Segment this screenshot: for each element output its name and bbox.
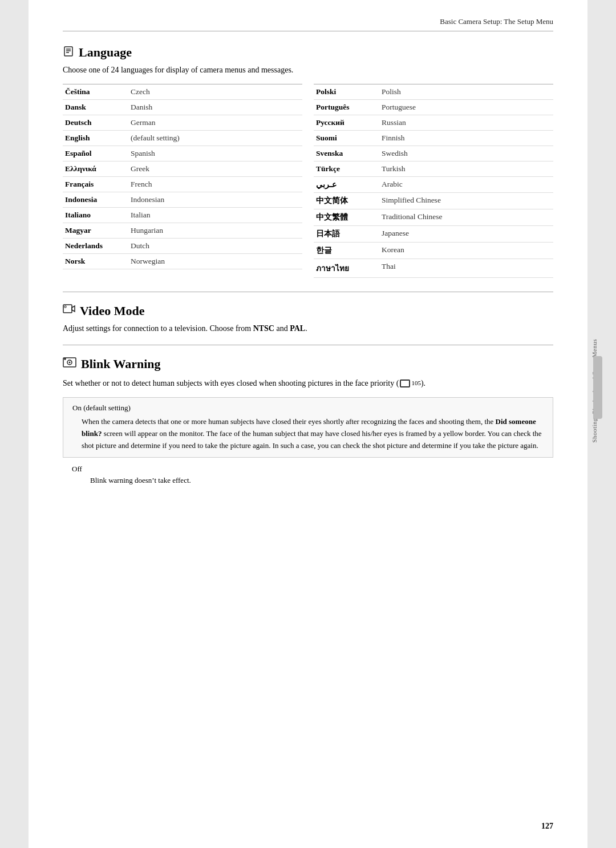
lang-native: 日本語: [314, 226, 379, 242]
lang-english: Swedish: [379, 146, 410, 161]
lang-english: Norwegian: [128, 254, 167, 269]
lang-native: ภาษาไทย: [314, 259, 379, 277]
section-divider-1: [63, 292, 553, 292]
lang-english: Finnish: [379, 131, 407, 146]
list-item: SvenskaSwedish: [314, 146, 553, 161]
list-item: TürkçeTurkish: [314, 161, 553, 177]
blink-warning-title: Blink Warning: [63, 357, 553, 371]
svg-rect-0: [64, 47, 72, 56]
list-item: ItalianoItalian: [63, 208, 302, 223]
list-item: ΕλληνικάGreek: [63, 161, 302, 177]
lang-native: Suomi: [314, 131, 379, 146]
list-item: DanskDanish: [63, 100, 302, 115]
language-right-column: PolskiPolishPortuguêsPortugueseРусскийRu…: [314, 84, 553, 278]
page-header: Basic Camera Setup: The Setup Menu: [63, 17, 553, 31]
lang-english: Italian: [128, 208, 152, 223]
lang-english: German: [128, 115, 157, 130]
lang-english: Indonesian: [128, 192, 167, 207]
lang-native: Indonesia: [63, 192, 128, 207]
lang-native: English: [63, 131, 128, 146]
lang-english: Danish: [128, 100, 155, 115]
sidebar-tab: [593, 356, 602, 419]
lang-english: Dutch: [128, 239, 152, 253]
language-table: ČeštinaCzechDanskDanishDeutschGermanEngl…: [63, 84, 553, 278]
language-section: Language Choose one of 24 languages for …: [63, 45, 553, 278]
blink-warning-section: Blink Warning Set whether or not to dete…: [63, 357, 553, 485]
lang-english: (default setting): [128, 131, 182, 146]
lang-native: Svenska: [314, 146, 379, 161]
blink-on-label: On (default setting): [72, 403, 544, 413]
lang-native: Português: [314, 100, 379, 115]
video-mode-description: Adjust settings for connection to a tele…: [63, 324, 553, 333]
lang-native: Türkçe: [314, 161, 379, 176]
lang-english: Japanese: [379, 226, 411, 242]
blink-warning-description: Set whether or not to detect human subje…: [63, 377, 553, 389]
list-item: 한글Korean: [314, 243, 553, 259]
list-item: ČeštinaCzech: [63, 84, 302, 100]
blink-warning-icon: [63, 357, 76, 371]
page-number: 127: [541, 822, 553, 831]
ntsc-label: NTSC: [253, 324, 274, 333]
lang-native: 中文繁體: [314, 209, 379, 225]
lang-native: Dansk: [63, 100, 128, 115]
blink-off-description: Blink warning doesn’t take effect.: [72, 476, 553, 485]
list-item: 中文简体Simplified Chinese: [314, 193, 553, 209]
video-mode-title: Video Mode: [63, 304, 553, 318]
lang-native: 한글: [314, 243, 379, 259]
list-item: IndonesiaIndonesian: [63, 192, 302, 208]
lang-native: Italiano: [63, 208, 128, 223]
face-priority-icon: [400, 379, 410, 387]
list-item: SuomiFinnish: [314, 131, 553, 146]
list-item: English(default setting): [63, 131, 302, 146]
face-ref: 105: [411, 379, 421, 386]
lang-native: عـربي: [314, 177, 379, 192]
language-title: Language: [63, 45, 553, 60]
list-item: ภาษาไทยThai: [314, 259, 553, 278]
lang-english: Arabic: [379, 177, 405, 192]
svg-rect-6: [64, 306, 66, 308]
list-item: FrançaisFrench: [63, 177, 302, 192]
lang-english: Thai: [379, 259, 398, 277]
section-divider-2: [63, 345, 553, 345]
list-item: عـربيArabic: [314, 177, 553, 193]
lang-english: Simplified Chinese: [379, 193, 443, 209]
lang-native: Polski: [314, 84, 379, 99]
lang-native: Deutsch: [63, 115, 128, 130]
list-item: РусскийRussian: [314, 115, 553, 131]
lang-native: Čeština: [63, 84, 128, 99]
lang-native: Norsk: [63, 254, 128, 269]
lang-english: French: [128, 177, 155, 192]
list-item: 日本語Japanese: [314, 226, 553, 243]
language-heading: Language: [79, 45, 132, 60]
lang-english: Spanish: [128, 146, 157, 161]
list-item: MagyarHungarian: [63, 223, 302, 239]
list-item: PolskiPolish: [314, 84, 553, 100]
blink-on-subsection: On (default setting) When the camera det…: [63, 397, 553, 458]
blink-off-label: Off: [72, 465, 553, 474]
lang-native: Français: [63, 177, 128, 192]
lang-native: Nederlands: [63, 239, 128, 253]
list-item: 中文繁體Traditional Chinese: [314, 209, 553, 226]
lang-english: Korean: [379, 243, 407, 259]
lang-native: Español: [63, 146, 128, 161]
list-item: NederlandsDutch: [63, 239, 302, 254]
lang-english: Russian: [379, 115, 408, 130]
lang-native: 中文简体: [314, 193, 379, 209]
language-icon: [63, 46, 74, 60]
lang-native: Русский: [314, 115, 379, 130]
language-left-column: ČeštinaCzechDanskDanishDeutschGermanEngl…: [63, 84, 302, 278]
lang-english: Traditional Chinese: [379, 209, 444, 225]
lang-english: Czech: [128, 84, 152, 99]
video-mode-section: Video Mode Adjust settings for connectio…: [63, 304, 553, 333]
svg-point-9: [69, 362, 71, 364]
blink-warning-heading: Blink Warning: [81, 357, 161, 371]
lang-english: Greek: [128, 161, 152, 176]
lang-english: Hungarian: [128, 223, 165, 238]
pal-label: PAL: [290, 324, 305, 333]
header-title: Basic Camera Setup: The Setup Menu: [440, 17, 553, 26]
list-item: PortuguêsPortuguese: [314, 100, 553, 115]
lang-english: Polish: [379, 84, 403, 99]
language-description: Choose one of 24 languages for display o…: [63, 66, 553, 75]
lang-native: Magyar: [63, 223, 128, 238]
blink-off-section: Off Blink warning doesn’t take effect.: [63, 465, 553, 485]
